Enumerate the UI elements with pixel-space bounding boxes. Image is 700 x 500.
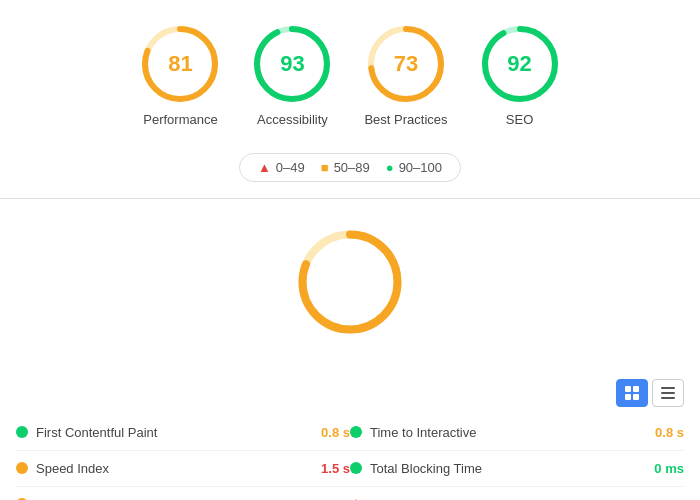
toggle-list-button[interactable] [652, 379, 684, 407]
scores-section: 81 Performance 93 Accessibility 73 Best … [0, 0, 700, 145]
big-score-circle [295, 227, 405, 337]
metric-value: 0 ms [654, 461, 684, 476]
legend-medium-range: 50–89 [334, 160, 370, 175]
score-label: Best Practices [364, 112, 447, 129]
metric-row: Speed Index 1.5 s [16, 451, 350, 487]
score-circle: 81 [140, 24, 220, 104]
legend-good-range: 90–100 [399, 160, 442, 175]
metric-row: Largest Contentful Paint 2.3 s [16, 487, 350, 500]
legend-item-medium: ■ 50–89 [321, 160, 370, 175]
metrics-grid: First Contentful Paint 0.8 s Time to Int… [16, 415, 684, 500]
svg-rect-13 [633, 394, 639, 400]
svg-rect-11 [633, 386, 639, 392]
metric-row: Cumulative Layout Shift 0.58 [350, 487, 684, 500]
metric-dot [350, 462, 362, 474]
metrics-header [16, 379, 684, 407]
metric-dot [16, 462, 28, 474]
legend-item-bad: ▲ 0–49 [258, 160, 305, 175]
metric-dot [16, 426, 28, 438]
svg-rect-15 [661, 392, 675, 394]
legend-item-good: ● 90–100 [386, 160, 442, 175]
metric-name: First Contentful Paint [36, 425, 313, 440]
score-circle: 93 [252, 24, 332, 104]
score-item-seo: 92 SEO [480, 24, 560, 129]
metric-name: Total Blocking Time [370, 461, 646, 476]
metric-value: 0.8 s [321, 425, 350, 440]
score-circle: 92 [480, 24, 560, 104]
score-circle: 73 [366, 24, 446, 104]
score-label: Performance [143, 112, 217, 129]
score-label: SEO [506, 112, 533, 129]
big-score-section [0, 199, 700, 379]
score-item-performance: 81 Performance [140, 24, 220, 129]
view-toggle [616, 379, 684, 407]
legend-bad-icon: ▲ [258, 160, 271, 175]
legend-bad-range: 0–49 [276, 160, 305, 175]
legend-good-icon: ● [386, 160, 394, 175]
metric-row: Total Blocking Time 0 ms [350, 451, 684, 487]
score-item-accessibility: 93 Accessibility [252, 24, 332, 129]
metrics-section: First Contentful Paint 0.8 s Time to Int… [0, 379, 700, 500]
svg-rect-14 [661, 387, 675, 389]
score-value: 93 [280, 51, 304, 77]
metric-row: Time to Interactive 0.8 s [350, 415, 684, 451]
score-value: 81 [168, 51, 192, 77]
svg-rect-10 [625, 386, 631, 392]
toggle-grid-button[interactable] [616, 379, 648, 407]
svg-rect-16 [661, 397, 675, 399]
svg-rect-12 [625, 394, 631, 400]
metric-value: 0.8 s [655, 425, 684, 440]
legend-medium-icon: ■ [321, 160, 329, 175]
score-label: Accessibility [257, 112, 328, 129]
metric-dot [350, 426, 362, 438]
metric-value: 1.5 s [321, 461, 350, 476]
metric-row: First Contentful Paint 0.8 s [16, 415, 350, 451]
score-value: 92 [507, 51, 531, 77]
score-item-best-practices: 73 Best Practices [364, 24, 447, 129]
metric-name: Time to Interactive [370, 425, 647, 440]
metric-name: Speed Index [36, 461, 313, 476]
score-value: 73 [394, 51, 418, 77]
legend-inner: ▲ 0–49 ■ 50–89 ● 90–100 [239, 153, 461, 182]
legend: ▲ 0–49 ■ 50–89 ● 90–100 [0, 153, 700, 182]
